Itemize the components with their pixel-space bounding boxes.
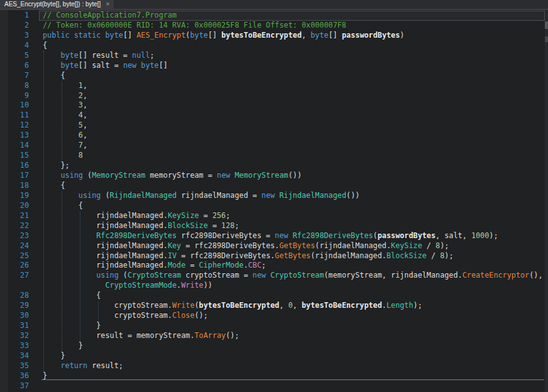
- code-line[interactable]: 9 2,: [0, 91, 545, 101]
- code-text: rijndaelManaged.Key = rfc2898DeriveBytes…: [43, 241, 449, 251]
- line-number: 22: [0, 221, 29, 231]
- line-number: 13: [0, 131, 29, 141]
- code-line[interactable]: 13 6,: [0, 131, 545, 141]
- code-line[interactable]: 32 result = memoryStream.ToArray();: [0, 331, 545, 341]
- code-line[interactable]: 19 using (RijndaelManaged rijndaelManage…: [0, 191, 545, 201]
- code-text: 6,: [43, 131, 87, 141]
- code-line[interactable]: 18 {: [0, 181, 545, 191]
- line-number: 9: [0, 91, 29, 101]
- close-icon[interactable]: ×: [106, 1, 109, 8]
- code-text: using (CryptoStream cryptoStream = new C…: [43, 271, 543, 281]
- code-line[interactable]: 29 cryptoStream.Write(bytesToBeEncrypted…: [0, 301, 545, 311]
- code-line[interactable]: 17 using (MemoryStream memoryStream = ne…: [0, 171, 545, 181]
- code-line[interactable]: 11 4,: [0, 111, 545, 121]
- code-line[interactable]: 4{: [0, 41, 545, 51]
- line-number: 7: [0, 71, 29, 81]
- code-line[interactable]: 21 rijndaelManaged.KeySize = 256;: [0, 211, 545, 221]
- code-line[interactable]: 15 8: [0, 151, 545, 161]
- line-number: 23: [0, 231, 29, 241]
- line-number: 11: [0, 111, 29, 121]
- line-number: 27: [0, 271, 29, 281]
- code-text: cryptoStream.Close();: [43, 311, 208, 321]
- line-number: 2: [0, 21, 29, 31]
- code-line[interactable]: 16 };: [0, 161, 545, 171]
- code-line[interactable]: 8 1,: [0, 81, 545, 91]
- line-number: 25: [0, 251, 29, 261]
- line-number: 36: [0, 371, 29, 381]
- code-text: rijndaelManaged.BlockSize = 128;: [43, 221, 239, 231]
- code-text: rijndaelManaged.IV = rfc2898DeriveBytes.…: [43, 251, 454, 261]
- code-text: 7,: [43, 141, 87, 151]
- tab-aes-encrypt[interactable]: AES_Encrypt(byte[], byte[]) : byte[] ×: [0, 0, 114, 9]
- code-line[interactable]: 26 rijndaelManaged.Mode = CipherMode.CBC…: [0, 261, 545, 271]
- code-line[interactable]: 34 }: [0, 351, 545, 361]
- code-text: rijndaelManaged.Mode = CipherMode.CBC;: [43, 261, 266, 271]
- code-text: {: [43, 181, 65, 191]
- line-number: 6: [0, 61, 29, 71]
- code-line[interactable]: 31 }: [0, 321, 545, 331]
- code-line[interactable]: 14 7,: [0, 141, 545, 151]
- line-number: 10: [0, 101, 29, 111]
- code-line[interactable]: 33 }: [0, 341, 545, 351]
- code-line[interactable]: 27 using (CryptoStream cryptoStream = ne…: [0, 271, 545, 281]
- code-line[interactable]: 30 cryptoStream.Close();: [0, 311, 545, 321]
- code-text: 4,: [43, 111, 87, 121]
- code-text: {: [43, 41, 47, 51]
- line-number: 35: [0, 361, 29, 371]
- code-line[interactable]: 24 rijndaelManaged.Key = rfc2898DeriveBy…: [0, 241, 545, 251]
- code-text: {: [43, 201, 83, 211]
- scrollbar-marker: [545, 21, 548, 29]
- code-text: // Token: 0x0600000E RID: 14 RVA: 0x0000…: [43, 21, 346, 31]
- code-line[interactable]: 2// Token: 0x0600000E RID: 14 RVA: 0x000…: [0, 21, 545, 31]
- code-line[interactable]: 10 3,: [0, 101, 545, 111]
- code-line[interactable]: 3public static byte[] AES_Encrypt(byte[]…: [0, 31, 545, 41]
- line-number: 26: [0, 261, 29, 271]
- vertical-scrollbar[interactable]: [545, 10, 548, 392]
- line-number: 4: [0, 41, 29, 51]
- code-text: cryptoStream.Write(bytesToBeEncrypted, 0…: [43, 301, 422, 311]
- line-number: 32: [0, 331, 29, 341]
- code-text: {: [43, 71, 65, 81]
- code-line[interactable]: 28 {: [0, 291, 545, 301]
- tab-title: AES_Encrypt(byte[], byte[]) : byte[]: [4, 0, 101, 9]
- line-number: [0, 281, 29, 291]
- code-text: return result;: [43, 361, 123, 371]
- line-number: 30: [0, 311, 29, 321]
- code-text: // ConsoleApplication7.Program: [43, 11, 177, 21]
- code-line[interactable]: 5 byte[] result = null;: [0, 51, 545, 61]
- line-number: 19: [0, 191, 29, 201]
- line-number: 37: [0, 381, 29, 391]
- code-rows[interactable]: 1// ConsoleApplication7.Program2// Token…: [0, 11, 545, 391]
- code-line[interactable]: 6 byte[] salt = new byte[]: [0, 61, 545, 71]
- line-number: 14: [0, 141, 29, 151]
- code-line[interactable]: 23 Rfc2898DeriveBytes rfc2898DeriveBytes…: [0, 231, 545, 241]
- code-text: rijndaelManaged.KeySize = 256;: [43, 211, 230, 221]
- line-number: 33: [0, 341, 29, 351]
- line-number: 20: [0, 201, 29, 211]
- code-line[interactable]: 25 rijndaelManaged.IV = rfc2898DeriveByt…: [0, 251, 545, 261]
- line-number: 8: [0, 81, 29, 91]
- code-text: };: [43, 161, 70, 171]
- code-line[interactable]: 1// ConsoleApplication7.Program: [0, 11, 545, 21]
- code-line[interactable]: 22 rijndaelManaged.BlockSize = 128;: [0, 221, 545, 231]
- code-text: byte[] salt = new byte[]: [43, 61, 168, 71]
- line-number: 3: [0, 31, 29, 41]
- code-line[interactable]: 35 return result;: [0, 361, 545, 371]
- line-number: 21: [0, 211, 29, 221]
- code-text: 3,: [43, 101, 87, 111]
- code-line[interactable]: 36}: [0, 371, 545, 381]
- line-number: 24: [0, 241, 29, 251]
- code-line[interactable]: 12 5,: [0, 121, 545, 131]
- code-line[interactable]: 7 {: [0, 71, 545, 81]
- line-number: 12: [0, 121, 29, 131]
- line-number: 34: [0, 351, 29, 361]
- code-line[interactable]: 20 {: [0, 201, 545, 211]
- code-text: 1,: [43, 81, 87, 91]
- code-text: 8: [43, 151, 83, 161]
- code-line[interactable]: 37: [0, 381, 545, 391]
- code-text: result = memoryStream.ToArray();: [43, 331, 239, 341]
- line-number: 18: [0, 181, 29, 191]
- code-text: using (RijndaelManaged rijndaelManaged =…: [43, 191, 359, 201]
- code-line-wrap[interactable]: CryptoStreamMode.Write)): [0, 281, 545, 291]
- decompiler-window: AES_Encrypt(byte[], byte[]) : byte[] × 1…: [0, 0, 548, 392]
